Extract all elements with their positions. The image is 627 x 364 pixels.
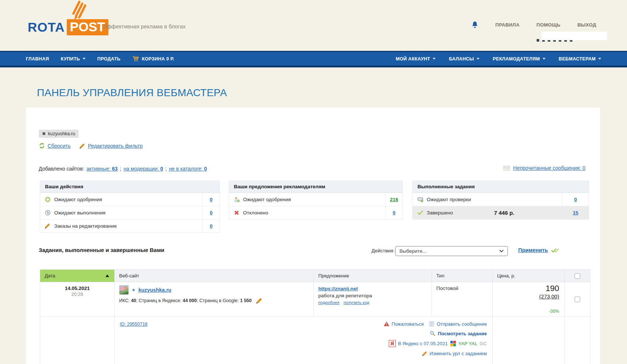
complain-action[interactable]: Пожаловаться xyxy=(384,321,424,327)
nav-sell[interactable]: ПРОДАТЬ xyxy=(97,56,121,62)
actions-select-value: Выберите... xyxy=(399,248,427,254)
offer-description: работа для репетитора xyxy=(318,293,427,298)
price-discount: -30% xyxy=(549,309,559,314)
nav-advertisers[interactable]: РЕКЛАМОДАТЕЛЯМ xyxy=(493,56,545,62)
awaiting-completion-count[interactable]: 0 xyxy=(210,210,213,216)
table-header-row: Дата Веб-сайт Предложение Тип Цена, р. xyxy=(40,270,590,282)
index-status-line: Я В Яндекс с 07.05.2021 xyxy=(389,340,487,347)
task-actions-cell: ID: 29550716 Пожаловаться xyxy=(115,316,493,364)
page-title: ПАНЕЛЬ УПРАВЛЕНИЯ ВЕБМАСТЕРА xyxy=(37,87,227,99)
dashboard-card: ✖ kuzyushka.ru Сбросить xyxy=(26,108,600,364)
offer-url-link[interactable]: https://znanij.net xyxy=(318,286,358,291)
redaction-overlay xyxy=(541,32,607,40)
chevron-down-icon xyxy=(83,58,86,60)
send-message-action[interactable]: Отправить сообщение xyxy=(429,321,487,327)
navbar-right: МОЙ АККАУНТ БАЛАНСЫ РЕКЛАМОДАТЕЛЯМ ВЕБМА… xyxy=(382,56,601,62)
chevron-down-icon xyxy=(598,58,601,60)
nav-webmasters[interactable]: ВЕБМАСТЕРАМ xyxy=(559,56,601,62)
remove-filter-icon[interactable]: ✖ xyxy=(42,131,46,136)
filter-chip[interactable]: ✖ kuzyushka.ru xyxy=(39,130,79,138)
pencil-icon xyxy=(45,223,51,229)
pencil-logo-icon xyxy=(69,1,87,21)
chevron-down-icon xyxy=(477,58,479,60)
offer-get-code-link[interactable]: получить код xyxy=(344,300,370,305)
pencil-icon xyxy=(79,143,85,149)
chevron-down-icon xyxy=(543,58,545,60)
help-link[interactable]: ПОМОЩЬ xyxy=(537,22,561,28)
completed-count[interactable]: 15 xyxy=(573,210,578,216)
monitor-plus-icon xyxy=(417,196,423,203)
yandex-icon: Я xyxy=(389,340,396,347)
apply-actions: Применить xyxy=(518,247,559,253)
red-x-icon xyxy=(233,210,240,216)
price-original: (273,00) xyxy=(539,294,559,300)
site-thumbnail xyxy=(119,285,129,295)
awaiting-check-count[interactable]: 0 xyxy=(574,197,577,202)
column-header-site[interactable]: Веб-сайт xyxy=(115,270,314,282)
column-header-offer[interactable]: Предложение xyxy=(314,270,432,282)
apply-link[interactable]: Применить xyxy=(518,247,548,253)
awaiting-approval-count[interactable]: 0 xyxy=(210,197,213,202)
task-type-cell: Постовой xyxy=(432,282,493,316)
refresh-icon xyxy=(39,143,45,149)
offers-awaiting-count[interactable]: 216 xyxy=(390,197,398,202)
bell-icon[interactable] xyxy=(471,21,478,29)
nav-my-account[interactable]: МОЙ АККАУНТ xyxy=(396,56,436,62)
row-checkbox[interactable] xyxy=(575,297,580,302)
magnifier-icon xyxy=(430,330,436,336)
unread-messages-link[interactable]: Непрочитанные сообщения: 0 xyxy=(513,165,585,171)
rotapost-logo[interactable]: ROTA POST xyxy=(28,19,108,35)
tasks-section-title: Задания, выполненные и завершенные Вами xyxy=(39,247,164,253)
check-icon xyxy=(417,210,423,216)
task-id-link[interactable]: ID: 29550716 xyxy=(120,322,148,327)
actions-label: Действия: xyxy=(371,248,395,253)
filter-controls: Сбросить Редактировать фильтр xyxy=(39,143,148,149)
yandex-since-link[interactable]: В Яндекс с 07.05.2021 xyxy=(398,341,448,346)
empty-date-cell xyxy=(40,316,115,364)
column-header-date[interactable]: Дата xyxy=(40,270,115,282)
nav-buy[interactable]: КУПИТЬ xyxy=(61,56,86,62)
edit-url-action[interactable]: Изменить урл с заданием xyxy=(422,351,487,356)
site-link[interactable]: kuzyushka.ru xyxy=(138,287,171,293)
google-icon xyxy=(450,340,456,347)
task-select-cell xyxy=(565,282,590,316)
price-current: 190 xyxy=(545,284,559,293)
edit-orders-count[interactable]: 0 xyxy=(210,223,213,229)
panel-row-offers-declined: Отклонено 0 xyxy=(229,206,402,219)
panel-row-edit-orders: Заказы на редактирование 0 xyxy=(40,219,219,232)
sites-label: Добавлено сайтов: xyxy=(39,166,84,172)
column-header-price[interactable]: Цена, р. xyxy=(493,270,565,282)
select-all-checkbox[interactable] xyxy=(575,273,580,279)
moderation-sites-link[interactable]: на модерации: 0 xyxy=(124,166,163,172)
table-row: 14.05.2021 20:28 + kuzyushka.ru ИКС: 40;… xyxy=(40,282,590,316)
nav-home[interactable]: ГЛАВНАЯ xyxy=(26,56,49,62)
envelope-icon xyxy=(503,165,510,171)
tagline: Эффективная реклама в блогах xyxy=(97,21,186,31)
sort-ascending-icon xyxy=(105,274,109,277)
empty-price-cell xyxy=(493,316,565,364)
table-row-details: ID: 29550716 Пожаловаться xyxy=(40,316,590,364)
panel-completed-tasks: Выполненные задания Ожидают проверки 0 xyxy=(412,181,589,220)
active-sites-link[interactable]: активные: 63 xyxy=(86,166,118,172)
rules-link[interactable]: ПРАВИЛА xyxy=(495,22,520,28)
column-header-type[interactable]: Тип xyxy=(432,270,493,282)
panel-your-offers: Ваши предложения рекламодателям Ожидают … xyxy=(229,181,403,220)
not-in-catalog-link[interactable]: не в каталоге: 0 xyxy=(169,166,207,172)
panel-row-completed: Завершено 7 446 р. 15 xyxy=(413,206,589,219)
task-date-cell: 14.05.2021 20:28 xyxy=(40,282,115,316)
offers-declined-count[interactable]: 0 xyxy=(393,210,396,216)
panel-row-awaiting-approval: Ожидают одобрения 0 xyxy=(40,193,219,206)
pencil-icon xyxy=(422,351,427,356)
nav-cart[interactable]: КОРЗИНА 0 Р. xyxy=(132,56,174,62)
offer-details-link[interactable]: подробнее xyxy=(318,300,340,305)
rotapost-webmaster-dashboard: ROTA POST Эффективная реклама в блогах П… xyxy=(0,0,627,364)
actions-select[interactable]: Выберите... xyxy=(395,246,508,256)
logout-link[interactable]: ВЫХОД xyxy=(577,22,596,28)
reset-filter-link[interactable]: Сбросить xyxy=(48,143,70,149)
pencil-icon[interactable] xyxy=(256,297,263,304)
plus-orb-icon xyxy=(45,196,51,203)
nav-balances[interactable]: БАЛАНСЫ xyxy=(449,56,479,62)
view-task-action[interactable]: Посмотреть задание xyxy=(430,330,487,336)
user-plus-icon xyxy=(233,196,240,203)
edit-filter-link[interactable]: Редактировать фильтр xyxy=(88,143,143,149)
